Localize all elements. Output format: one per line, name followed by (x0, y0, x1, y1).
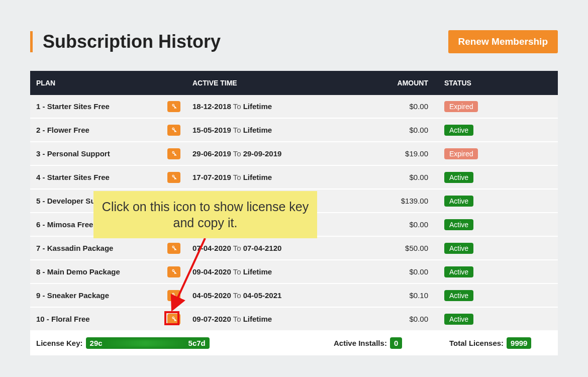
license-key-footer: License Key: 29c 5c7d (36, 337, 334, 349)
active-time-cell: 15-05-2019 To Lifetime (186, 126, 330, 134)
plan-cell: 10 - Floral Free (30, 314, 186, 325)
plan-name: 2 - Flower Free (36, 126, 89, 134)
to-separator: To (231, 126, 243, 134)
plan-name: 6 - Mimosa Free (36, 220, 93, 229)
column-header-amount: AMOUNT (330, 79, 434, 87)
status-cell: Active (434, 243, 557, 254)
amount-cell: $0.00 (330, 267, 434, 276)
amount-cell: $0.00 (330, 102, 434, 111)
plan-name: 4 - Starter Sites Free (36, 173, 110, 181)
page-title-wrapper: Subscription History (30, 31, 221, 52)
plan-name: 9 - Sneaker Package (36, 291, 109, 300)
amount-cell: $0.00 (330, 220, 434, 229)
active-installs-label: Active Installs: (334, 339, 387, 347)
license-key-icon[interactable] (167, 172, 180, 183)
license-key-label: License Key: (36, 339, 83, 347)
end-date: Lifetime (243, 173, 272, 181)
to-separator: To (231, 173, 243, 181)
status-cell: Active (434, 172, 557, 183)
amount-cell: $50.00 (330, 244, 434, 252)
table-row: 1 - Starter Sites Free18-12-2018 To Life… (30, 95, 558, 119)
end-date: Lifetime (243, 267, 272, 276)
status-cell: Expired (434, 148, 557, 159)
table-row: 8 - Main Demo Package09-04-2020 To Lifet… (30, 260, 558, 284)
plan-name: 5 - Developer Su (36, 197, 95, 205)
amount-cell: $0.00 (330, 173, 434, 181)
active-time-cell: 29-06-2019 To 29-09-2019 (186, 149, 330, 158)
to-separator: To (231, 315, 243, 323)
table-header-row: PLAN ACTIVE TIME AMOUNT STATUS (30, 71, 558, 95)
plan-name: 3 - Personal Support (36, 149, 110, 158)
plan-cell: 4 - Starter Sites Free (30, 172, 186, 183)
status-cell: Expired (434, 101, 557, 112)
end-date: 04-05-2021 (243, 291, 282, 300)
plan-name: 8 - Main Demo Package (36, 267, 120, 276)
license-key-value: 29c 5c7d (86, 337, 210, 349)
annotation-tooltip: Click on this icon to show license key a… (93, 191, 317, 238)
status-badge: Active (444, 243, 473, 254)
active-time-cell: 17-07-2019 To Lifetime (186, 173, 330, 181)
plan-name: 7 - Kassadin Package (36, 244, 113, 252)
column-header-active-time: ACTIVE TIME (186, 79, 330, 87)
plan-name: 1 - Starter Sites Free (36, 102, 110, 111)
amount-cell: $0.00 (330, 126, 434, 134)
license-key-icon[interactable] (167, 101, 180, 112)
table-row: 7 - Kassadin Package07-04-2020 To 07-04-… (30, 237, 558, 260)
status-cell: Active (434, 290, 557, 301)
plan-cell: 9 - Sneaker Package (30, 290, 186, 301)
end-date: Lifetime (243, 102, 272, 111)
status-badge: Active (444, 314, 473, 325)
to-separator: To (231, 244, 243, 252)
active-time-cell: 18-12-2018 To Lifetime (186, 102, 330, 111)
amount-cell: $0.00 (330, 315, 434, 323)
plan-cell: 8 - Main Demo Package (30, 266, 186, 277)
status-badge: Active (444, 172, 473, 183)
table-row: 4 - Starter Sites Free17-07-2019 To Life… (30, 166, 558, 190)
license-key-icon[interactable] (167, 125, 180, 136)
svg-line-1 (174, 238, 205, 306)
active-installs-footer: Active Installs: 0 (334, 337, 449, 349)
start-date: 15-05-2019 (192, 126, 231, 134)
plan-cell: 1 - Starter Sites Free (30, 101, 186, 112)
start-date: 29-06-2019 (192, 149, 231, 158)
table-row: 3 - Personal Support29-06-2019 To 29-09-… (30, 142, 558, 166)
status-badge: Active (444, 219, 473, 230)
active-installs-value: 0 (390, 337, 402, 349)
to-separator: To (231, 102, 243, 111)
table-row: 9 - Sneaker Package04-05-2020 To 04-05-2… (30, 284, 558, 308)
status-badge: Active (444, 290, 473, 301)
annotation-arrow (165, 238, 215, 319)
license-key-redacted (104, 340, 187, 347)
license-key-icon[interactable] (167, 148, 180, 159)
status-cell: Active (434, 266, 557, 277)
amount-cell: $0.10 (330, 291, 434, 300)
plan-cell: 3 - Personal Support (30, 148, 186, 159)
amount-cell: $139.00 (330, 197, 434, 205)
page-title: Subscription History (43, 31, 221, 52)
to-separator: To (231, 149, 243, 158)
column-header-status: STATUS (434, 79, 557, 87)
total-licenses-value: 9999 (507, 337, 531, 349)
status-cell: Active (434, 219, 557, 230)
to-separator: To (231, 267, 243, 276)
start-date: 18-12-2018 (192, 102, 231, 111)
status-cell: Active (434, 125, 557, 136)
end-date: 07-04-2120 (243, 244, 282, 252)
end-date: Lifetime (243, 315, 272, 323)
status-badge: Active (444, 196, 473, 207)
start-date: 17-07-2019 (192, 173, 231, 181)
table-row: 10 - Floral Free09-07-2020 To Lifetime$0… (30, 308, 558, 331)
status-badge: Expired (444, 148, 478, 159)
table-footer: License Key: 29c 5c7d Active Installs: 0… (30, 331, 558, 353)
total-licenses-label: Total Licenses: (449, 339, 504, 347)
column-header-plan: PLAN (30, 79, 186, 87)
table-row: 2 - Flower Free15-05-2019 To Lifetime$0.… (30, 119, 558, 142)
to-separator: To (231, 291, 243, 300)
total-licenses-footer: Total Licenses: 9999 (449, 337, 552, 349)
status-cell: Active (434, 314, 557, 325)
end-date: Lifetime (243, 126, 272, 134)
amount-cell: $19.00 (330, 149, 434, 158)
status-badge: Active (444, 125, 473, 136)
plan-name: 10 - Floral Free (36, 315, 90, 323)
renew-membership-button[interactable]: Renew Membership (448, 30, 558, 53)
